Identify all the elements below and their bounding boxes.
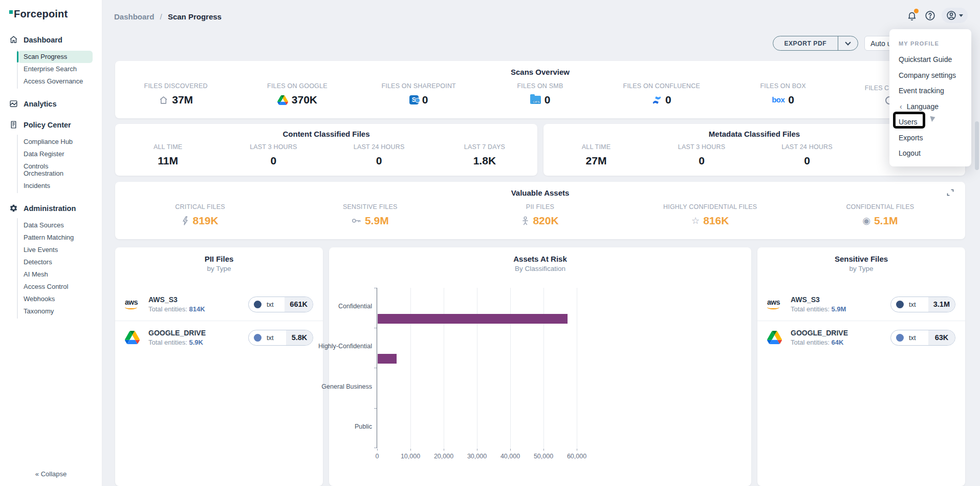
category-label: Confidential — [338, 303, 372, 310]
x-tick-label: 0 — [376, 453, 379, 460]
sidebar-item-controls-orchestration[interactable]: Controls Orchestration — [18, 160, 93, 180]
export-options-button[interactable] — [838, 43, 858, 45]
stat-highly-confidential-files: HIGHLY CONFIDENTIAL FILES ☆ 816K — [625, 203, 795, 227]
list-item-google-drive: GOOGLE_DRIVE Total entities: 64K txt 63K — [757, 321, 965, 354]
sidebar-item-compliance-hub[interactable]: Compliance Hub — [18, 136, 93, 148]
stat-pii-files: PII FILES 820K — [455, 203, 625, 227]
source-name: AWS_S3 — [791, 295, 846, 304]
sidebar-nav: Dashboard Scan Progress Enterprise Searc… — [0, 32, 102, 326]
bar-highly-confidential[interactable] — [378, 354, 397, 364]
stat-value: 816K — [703, 215, 729, 227]
sidebar-item-ai-mesh[interactable]: AI Mesh — [18, 268, 93, 281]
sidebar-item-pattern-matching[interactable]: Pattern Matching — [18, 231, 93, 244]
valuable-assets-stats: CRITICAL FILES 819K SENSITIVE FILES 5.9M… — [115, 203, 965, 227]
type-count-chip[interactable]: txt 5.8K — [248, 330, 313, 346]
menu-item-logout[interactable]: Logout — [899, 149, 962, 158]
gear-icon — [9, 204, 18, 213]
gridline — [577, 288, 577, 448]
menu-item-quickstart-guide[interactable]: Quickstart Guide — [899, 55, 962, 64]
sidebar-item-data-register[interactable]: Data Register — [18, 148, 93, 160]
export-pdf-button[interactable]: EXPORT PDF — [773, 36, 858, 51]
type-dot-icon — [896, 301, 904, 308]
stat-files-on-sharepoint: FILES ON SHAREPOINT S 0 — [358, 82, 480, 106]
total-entities-label: Total entities: — [148, 339, 187, 346]
stat-value: 0 — [376, 155, 382, 167]
notification-badge — [914, 9, 919, 13]
list-item-aws-s3: aws AWS_S3 Total entities: 814K txt 661K — [115, 288, 323, 321]
sidebar-item-enterprise-search[interactable]: Enterprise Search — [18, 63, 93, 75]
expand-icon[interactable] — [947, 189, 954, 196]
x-tick-label: 20,000 — [434, 453, 453, 460]
total-entities-label: Total entities: — [791, 339, 830, 346]
breadcrumb-dashboard[interactable]: Dashboard — [114, 12, 154, 21]
help-button[interactable] — [924, 9, 936, 22]
stat-value: 370K — [292, 94, 317, 106]
help-icon — [925, 10, 935, 21]
card-title: Scans Overview — [115, 68, 965, 76]
axis-tick — [410, 449, 411, 451]
sidebar-item-policy-center[interactable]: Policy Center — [0, 117, 102, 133]
collapse-sidebar-button[interactable]: « Collapse — [0, 470, 102, 478]
gridline — [477, 288, 477, 448]
axis-tick — [374, 328, 377, 328]
sidebar-item-label: Administration — [24, 204, 76, 213]
stat-critical-files: CRITICAL FILES 819K — [115, 203, 285, 227]
vertical-scrollbar-thumb[interactable] — [975, 121, 979, 170]
home-icon — [159, 95, 168, 105]
stat-label: ALL TIME — [115, 143, 221, 151]
stat-value: 0 — [699, 155, 705, 167]
total-entities-value: 814K — [189, 305, 205, 313]
sidebar-item-incidents[interactable]: Incidents — [18, 180, 93, 192]
profile-dropdown-menu: MY PROFILE Quickstart Guide Company sett… — [889, 29, 971, 166]
pii-rows: aws AWS_S3 Total entities: 814K txt 661K… — [115, 288, 323, 354]
source-name: GOOGLE_DRIVE — [791, 329, 848, 337]
sidebar-item-data-sources[interactable]: Data Sources — [18, 219, 93, 231]
stat-label: CONFIDENTIAL FILES — [795, 203, 965, 210]
source-name: GOOGLE_DRIVE — [148, 329, 206, 337]
sidebar-item-detectors[interactable]: Detectors — [18, 256, 93, 268]
type-count-chip[interactable]: txt 63K — [890, 330, 955, 346]
sidebar-item-live-events[interactable]: Live Events — [18, 244, 93, 256]
avatar-icon — [946, 10, 956, 20]
sidebar-item-dashboard[interactable]: Dashboard — [0, 32, 102, 48]
sidebar-item-label: Analytics — [24, 100, 56, 108]
stat-value: 0 — [422, 94, 428, 106]
stat-value: 5.1M — [874, 215, 898, 227]
sidebar-item-analytics[interactable]: Analytics — [0, 96, 102, 112]
sidebar-item-access-governance[interactable]: Access Governance — [18, 75, 93, 88]
card-subtitle: by Type — [757, 265, 965, 272]
stat-value: 0 — [665, 94, 671, 106]
stat-files-on-box: FILES ON BOX box 0 — [722, 82, 843, 106]
menu-item-exports[interactable]: Exports — [899, 134, 962, 142]
axis-tick — [444, 449, 444, 451]
sidebar-item-access-control[interactable]: Access Control — [18, 281, 93, 293]
menu-item-language[interactable]: ‹ Language — [899, 102, 962, 111]
stat-files-on-google: FILES ON GOOGLE 370K — [236, 82, 358, 106]
menu-item-users[interactable]: Users — [899, 118, 962, 126]
category-label: Public — [355, 423, 372, 430]
user-menu-button[interactable] — [942, 8, 968, 23]
sidebar-item-taxonomy[interactable]: Taxonomy — [18, 305, 93, 318]
type-dot-icon — [896, 334, 904, 342]
stat-files-on-smb: FILES ON SMB 0 — [480, 82, 601, 106]
type-count-chip[interactable]: txt 661K — [248, 297, 313, 312]
policy-document-icon — [9, 120, 18, 129]
menu-item-event-tracking[interactable]: Event tracking — [899, 87, 962, 95]
chart-subtitle: By Classification — [329, 265, 751, 272]
sidebar-item-scan-progress[interactable]: Scan Progress — [18, 51, 93, 63]
collapse-label: Collapse — [41, 470, 67, 478]
sidebar-item-webhooks[interactable]: Webhooks — [18, 293, 93, 305]
bar-confidential[interactable] — [378, 314, 568, 324]
stat-value: 820K — [533, 215, 558, 227]
stat-value: 819K — [192, 215, 218, 227]
menu-item-company-settings[interactable]: Company settings — [899, 71, 962, 80]
total-entities-value: 5.9K — [189, 339, 203, 346]
notifications-button[interactable] — [906, 9, 918, 22]
sidebar-item-administration[interactable]: Administration — [0, 200, 102, 216]
type-count-chip[interactable]: txt 3.1M — [890, 297, 955, 312]
stat-value: 37M — [172, 94, 193, 106]
stat-label: LAST 24 HOURS — [326, 143, 432, 151]
stat-label: HIGHLY CONFIDENTIAL FILES — [625, 203, 795, 210]
aws-icon: aws — [767, 299, 780, 309]
stat-confidential-files: CONFIDENTIAL FILES ◉ 5.1M — [795, 203, 965, 227]
